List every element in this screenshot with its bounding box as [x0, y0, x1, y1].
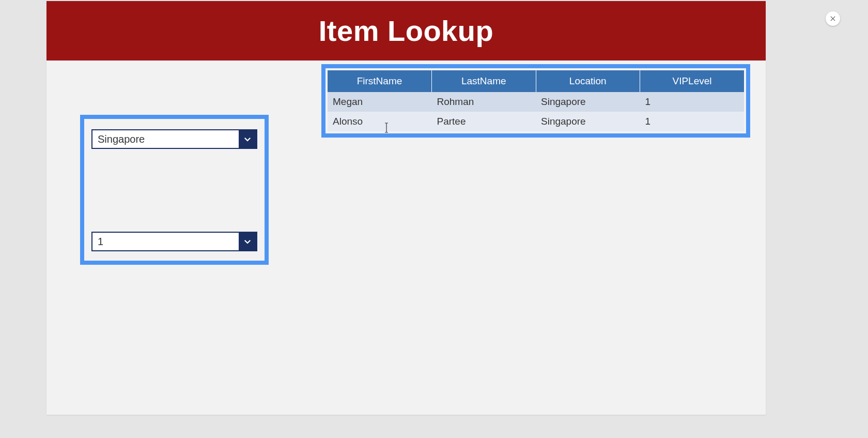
col-lastname[interactable]: LastName — [432, 70, 536, 92]
close-button[interactable] — [826, 11, 840, 26]
item-lookup-page: Item Lookup Singapore 1 FirstName LastNa… — [47, 1, 766, 415]
table-header-row: FirstName LastName Location VIPLevel — [328, 70, 744, 92]
page-title: Item Lookup — [319, 14, 493, 48]
results-panel: FirstName LastName Location VIPLevel Meg… — [321, 64, 750, 138]
header-band: Item Lookup — [47, 1, 766, 61]
cell-location: Singapore — [536, 112, 640, 131]
chevron-down-icon[interactable] — [239, 130, 256, 148]
viplevel-dropdown[interactable]: 1 — [91, 232, 257, 251]
location-dropdown[interactable]: Singapore — [91, 129, 257, 149]
filter-panel: Singapore 1 — [80, 115, 269, 265]
chevron-down-icon[interactable] — [239, 233, 256, 250]
table-row[interactable]: Megan Rohman Singapore 1 — [328, 92, 744, 112]
cell-firstname: Alonso — [328, 112, 432, 131]
location-dropdown-value: Singapore — [92, 133, 239, 145]
col-location[interactable]: Location — [536, 70, 640, 92]
results-table: FirstName LastName Location VIPLevel Meg… — [328, 70, 744, 131]
col-viplevel[interactable]: VIPLevel — [640, 70, 745, 92]
close-icon — [829, 15, 836, 22]
cell-viplevel: 1 — [640, 112, 745, 131]
viplevel-dropdown-value: 1 — [92, 236, 239, 248]
cell-viplevel: 1 — [640, 92, 745, 112]
cell-lastname: Partee — [432, 112, 536, 131]
cell-location: Singapore — [536, 92, 640, 112]
table-row[interactable]: Alonso Partee Singapore 1 — [328, 112, 744, 131]
cell-firstname: Megan — [328, 92, 432, 112]
col-firstname[interactable]: FirstName — [328, 70, 432, 92]
cell-lastname: Rohman — [432, 92, 536, 112]
